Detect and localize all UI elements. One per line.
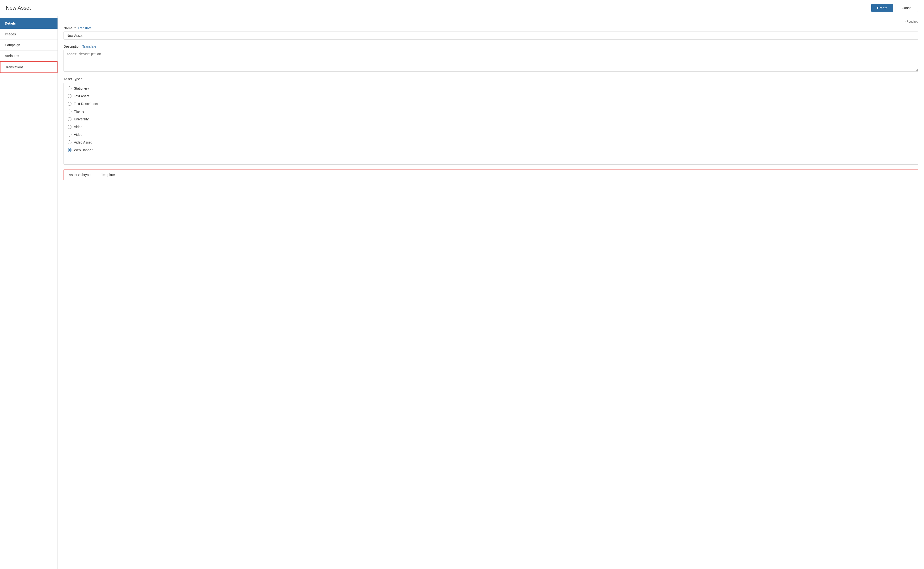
asset-type-radio-1[interactable] [68,94,71,98]
name-input[interactable] [64,32,918,40]
asset-type-radio-0[interactable] [68,87,71,90]
radio-label: Video [74,125,82,129]
asset-type-radio-4[interactable] [68,117,71,121]
name-label: Name * Translate [64,26,918,30]
radio-item: Theme [64,108,918,115]
name-required-star: * [74,26,76,30]
description-translate-link[interactable]: Translate [82,44,96,49]
main-content: * Required Name * Translate Description … [58,16,924,569]
sidebar-item-images[interactable]: Images [0,29,58,40]
page-wrapper: New Asset Create Cancel Details Images C… [0,0,924,569]
cancel-button[interactable]: Cancel [895,4,918,12]
name-translate-link[interactable]: Translate [78,26,92,30]
description-textarea[interactable] [64,50,918,72]
asset-type-field-group: Asset Type * StationeryText AssetText De… [64,77,918,165]
radio-label: University [74,117,88,121]
asset-type-radio-2[interactable] [68,102,71,106]
asset-type-radio-list: StationeryText AssetText DescriptorsThem… [64,83,918,165]
asset-type-radio-3[interactable] [68,110,71,113]
asset-type-radio-7[interactable] [68,140,71,144]
radio-item: Video [64,131,918,138]
sidebar: Details Images Campaign Attributes Trans… [0,16,58,569]
description-label: Description Translate [64,44,918,49]
radio-item: Web Banner [64,146,918,154]
radio-item: Video Asset [64,138,918,146]
create-button[interactable]: Create [871,4,894,12]
radio-item: Text Descriptors [64,100,918,108]
radio-item: Text Asset [64,92,918,100]
asset-subtype-key: Asset Subtype: [69,173,91,177]
radio-label: Web Banner [74,148,93,152]
radio-label: Text Asset [74,94,89,98]
radio-label: Stationery [74,87,89,90]
radio-item: Stationery [64,85,918,92]
asset-type-radio-6[interactable] [68,133,71,137]
required-note: * Required [64,20,918,23]
page-title: New Asset [6,5,31,11]
radio-label: Text Descriptors [74,102,98,106]
sidebar-item-translations[interactable]: Translations [0,61,58,73]
radio-label: Theme [74,110,85,113]
asset-type-radio-8[interactable] [68,148,71,152]
sidebar-item-details[interactable]: Details [0,18,58,29]
description-field-group: Description Translate [64,44,918,72]
radio-label: Video [74,133,82,137]
asset-subtype-bar: Asset Subtype: Template [64,169,918,180]
radio-item: Video [64,123,918,131]
header: New Asset Create Cancel [0,0,924,16]
sidebar-item-attributes[interactable]: Attributes [0,50,58,61]
asset-subtype-value: Template [101,173,115,177]
asset-type-radio-5[interactable] [68,125,71,129]
asset-type-required-star: * [81,77,82,81]
body-layout: Details Images Campaign Attributes Trans… [0,16,924,569]
asset-type-label: Asset Type * [64,77,918,81]
header-actions: Create Cancel [871,4,918,12]
sidebar-item-campaign[interactable]: Campaign [0,40,58,50]
radio-label: Video Asset [74,140,92,144]
radio-item: University [64,115,918,123]
name-field-group: Name * Translate [64,26,918,40]
